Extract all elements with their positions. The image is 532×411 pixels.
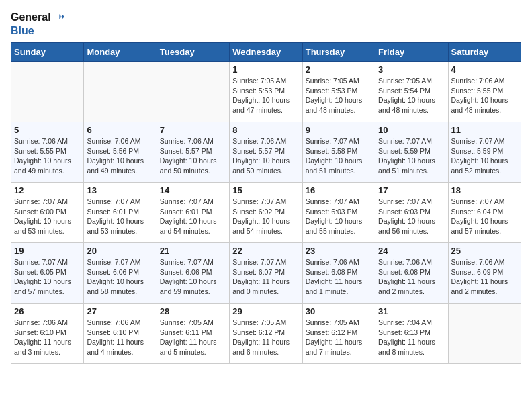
calendar-cell: 31 Sunrise: 7:04 AM Sunset: 6:13 PM Dayl… [375, 303, 448, 363]
sunrise: Sunrise: 7:06 AM [306, 258, 359, 266]
day-info: Sunrise: 7:06 AM Sunset: 5:56 PM Dayligh… [87, 136, 153, 176]
sunset: Sunset: 5:53 PM [232, 87, 285, 95]
sunset: Sunset: 6:02 PM [232, 208, 285, 216]
day-number: 15 [232, 185, 299, 195]
logo-text: General Blue [11, 11, 64, 37]
sunrise: Sunrise: 7:04 AM [378, 318, 432, 326]
calendar-cell: 1 Sunrise: 7:05 AM Sunset: 5:53 PM Dayli… [230, 61, 302, 122]
sunrise: Sunrise: 7:06 AM [451, 258, 505, 266]
sunset: Sunset: 6:10 PM [14, 328, 66, 336]
sunrise: Sunrise: 7:06 AM [160, 137, 214, 145]
day-number: 30 [306, 306, 372, 316]
daylight: Daylight: 11 hours and 2 minutes. [451, 277, 508, 295]
calendar-cell: 9 Sunrise: 7:07 AM Sunset: 5:58 PM Dayli… [302, 122, 375, 182]
day-info: Sunrise: 7:06 AM Sunset: 6:10 PM Dayligh… [87, 318, 153, 357]
calendar-cell: 21 Sunrise: 7:07 AM Sunset: 6:06 PM Dayl… [157, 242, 229, 303]
daylight: Daylight: 11 hours and 4 minutes. [87, 338, 144, 356]
sunset: Sunset: 6:06 PM [160, 268, 212, 276]
day-info: Sunrise: 7:06 AM Sunset: 5:55 PM Dayligh… [14, 136, 81, 176]
weekday-header: Sunday [11, 42, 84, 61]
sunrise: Sunrise: 7:07 AM [451, 197, 505, 205]
sunset: Sunset: 6:08 PM [306, 268, 358, 276]
calendar-cell: 3 Sunrise: 7:05 AM Sunset: 5:54 PM Dayli… [375, 61, 448, 122]
calendar-cell: 14 Sunrise: 7:07 AM Sunset: 6:01 PM Dayl… [157, 182, 229, 242]
sunrise: Sunrise: 7:05 AM [232, 318, 286, 326]
day-info: Sunrise: 7:07 AM Sunset: 6:06 PM Dayligh… [160, 257, 226, 297]
day-number: 13 [87, 185, 153, 195]
day-info: Sunrise: 7:06 AM Sunset: 6:09 PM Dayligh… [451, 257, 518, 297]
sunrise: Sunrise: 7:05 AM [160, 318, 214, 326]
weekday-header: Monday [84, 42, 157, 61]
daylight: Daylight: 10 hours and 54 minutes. [160, 217, 217, 235]
day-number: 24 [378, 246, 445, 256]
sunrise: Sunrise: 7:05 AM [306, 77, 359, 85]
daylight: Daylight: 10 hours and 48 minutes. [306, 96, 363, 114]
daylight: Daylight: 11 hours and 0 minutes. [232, 277, 290, 295]
day-number: 1 [232, 64, 299, 75]
day-number: 27 [87, 306, 153, 316]
day-info: Sunrise: 7:05 AM Sunset: 6:11 PM Dayligh… [160, 318, 226, 357]
day-number: 4 [451, 64, 518, 75]
daylight: Daylight: 10 hours and 53 minutes. [87, 217, 144, 235]
sunrise: Sunrise: 7:05 AM [232, 77, 286, 85]
day-number: 21 [160, 246, 226, 256]
sunset: Sunset: 6:03 PM [378, 208, 431, 216]
calendar-cell: 15 Sunrise: 7:07 AM Sunset: 6:02 PM Dayl… [230, 182, 302, 242]
day-info: Sunrise: 7:06 AM Sunset: 5:57 PM Dayligh… [160, 136, 226, 176]
day-info: Sunrise: 7:05 AM Sunset: 6:12 PM Dayligh… [306, 318, 372, 357]
daylight: Daylight: 10 hours and 50 minutes. [232, 156, 290, 175]
calendar-cell: 12 Sunrise: 7:07 AM Sunset: 6:00 PM Dayl… [11, 182, 84, 242]
daylight: Daylight: 10 hours and 51 minutes. [378, 156, 435, 175]
sunset: Sunset: 6:00 PM [14, 208, 66, 216]
day-number: 7 [160, 125, 226, 135]
day-number: 8 [232, 125, 299, 135]
sunrise: Sunrise: 7:05 AM [306, 318, 359, 326]
sunrise: Sunrise: 7:06 AM [14, 137, 68, 145]
daylight: Daylight: 10 hours and 48 minutes. [378, 96, 435, 114]
day-info: Sunrise: 7:07 AM Sunset: 6:05 PM Dayligh… [14, 257, 81, 297]
sunset: Sunset: 5:59 PM [378, 147, 431, 155]
sunrise: Sunrise: 7:06 AM [14, 318, 68, 326]
day-info: Sunrise: 7:07 AM Sunset: 6:01 PM Dayligh… [87, 197, 153, 236]
daylight: Daylight: 10 hours and 48 minutes. [451, 96, 508, 114]
day-number: 9 [306, 125, 372, 135]
logo-bird-icon [52, 12, 64, 24]
calendar-cell: 20 Sunrise: 7:07 AM Sunset: 6:06 PM Dayl… [84, 242, 157, 303]
sunset: Sunset: 5:53 PM [306, 87, 358, 95]
weekday-header: Tuesday [157, 42, 229, 61]
sunset: Sunset: 6:08 PM [378, 268, 431, 276]
day-info: Sunrise: 7:07 AM Sunset: 5:58 PM Dayligh… [306, 136, 372, 176]
calendar-cell: 29 Sunrise: 7:05 AM Sunset: 6:12 PM Dayl… [230, 303, 302, 363]
day-number: 20 [87, 246, 153, 256]
sunset: Sunset: 6:05 PM [14, 268, 66, 276]
sunset: Sunset: 6:11 PM [160, 328, 212, 336]
daylight: Daylight: 10 hours and 55 minutes. [306, 217, 363, 235]
calendar-cell: 27 Sunrise: 7:06 AM Sunset: 6:10 PM Dayl… [84, 303, 157, 363]
sunrise: Sunrise: 7:05 AM [378, 77, 432, 85]
day-info: Sunrise: 7:07 AM Sunset: 6:06 PM Dayligh… [87, 257, 153, 297]
day-number: 28 [160, 306, 226, 316]
day-number: 23 [306, 246, 372, 256]
daylight: Daylight: 11 hours and 2 minutes. [378, 277, 435, 295]
sunrise: Sunrise: 7:07 AM [306, 137, 359, 145]
day-info: Sunrise: 7:05 AM Sunset: 5:53 PM Dayligh… [232, 76, 299, 116]
day-info: Sunrise: 7:05 AM Sunset: 6:12 PM Dayligh… [232, 318, 299, 357]
daylight: Daylight: 10 hours and 53 minutes. [14, 217, 71, 235]
svg-marker-0 [62, 14, 64, 19]
sunrise: Sunrise: 7:07 AM [160, 197, 214, 205]
day-info: Sunrise: 7:06 AM Sunset: 5:57 PM Dayligh… [232, 136, 299, 176]
calendar-cell [157, 61, 229, 122]
sunset: Sunset: 5:57 PM [232, 147, 285, 155]
calendar-week: 5 Sunrise: 7:06 AM Sunset: 5:55 PM Dayli… [11, 122, 521, 182]
daylight: Daylight: 11 hours and 1 minute. [306, 277, 363, 295]
day-info: Sunrise: 7:07 AM Sunset: 6:01 PM Dayligh… [160, 197, 226, 236]
day-info: Sunrise: 7:06 AM Sunset: 6:10 PM Dayligh… [14, 318, 81, 357]
day-info: Sunrise: 7:06 AM Sunset: 5:55 PM Dayligh… [451, 76, 518, 116]
day-number: 18 [451, 185, 518, 195]
calendar-cell [448, 303, 521, 363]
daylight: Daylight: 10 hours and 49 minutes. [14, 156, 71, 175]
calendar-cell: 10 Sunrise: 7:07 AM Sunset: 5:59 PM Dayl… [375, 122, 448, 182]
calendar-cell: 4 Sunrise: 7:06 AM Sunset: 5:55 PM Dayli… [448, 61, 521, 122]
calendar-cell [11, 61, 84, 122]
sunset: Sunset: 6:10 PM [87, 328, 139, 336]
